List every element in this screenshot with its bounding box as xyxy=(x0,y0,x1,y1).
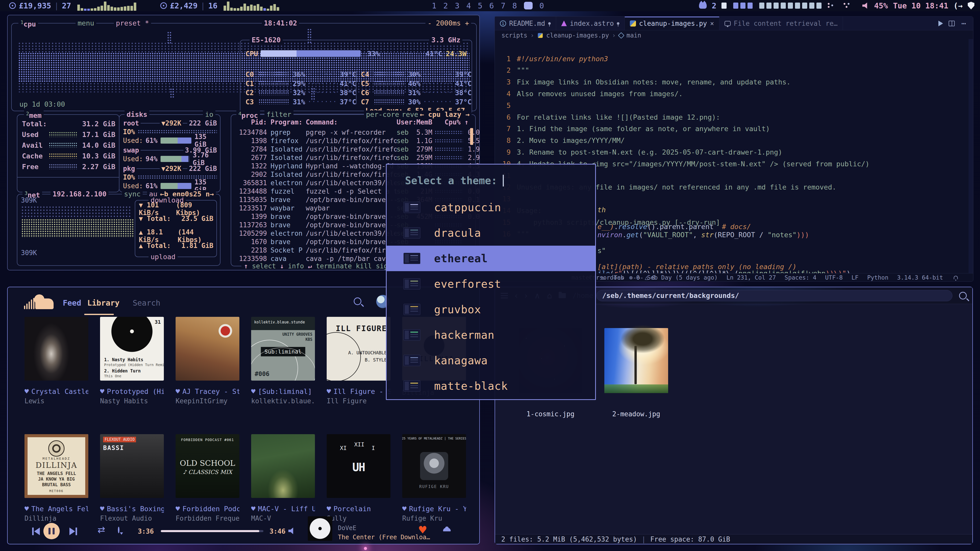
tab-feed[interactable]: Feed xyxy=(63,299,81,307)
clock[interactable]: Tue 10 18:41 xyxy=(893,1,948,10)
track-artist[interactable]: Rufige Kru xyxy=(402,514,466,522)
comments-icon[interactable] xyxy=(118,527,119,533)
process-row[interactable]: 2677Isolated/usr/lib/firefox/firefoxseb2… xyxy=(234,153,469,162)
process-row[interactable]: 1398firefox/usr/lib/firefox/firefoxseb1.… xyxy=(234,137,469,145)
status-item[interactable]: Ln 231, Col 27 xyxy=(726,274,776,281)
track-title[interactable]: The Angels Fell (2… xyxy=(32,505,88,513)
file-thumbnail-meadow[interactable] xyxy=(605,328,668,393)
like-heart-icon[interactable]: ♥ xyxy=(418,524,427,536)
track-artwork-ill[interactable]: ILL FIGUREA. UNTOUCHABLEB. STYLE xyxy=(327,317,390,381)
track-title[interactable]: Porcelain xyxy=(334,505,371,513)
progress-bar[interactable] xyxy=(161,530,263,532)
split-editor-icon[interactable] xyxy=(948,21,955,26)
track-artist[interactable]: KeepinItGrimy xyxy=(176,397,239,405)
pin-icon[interactable] xyxy=(617,22,619,25)
track-tile[interactable]: 25 YEARS OF METALHEADZ | THE SERIESRUFIG… xyxy=(402,434,466,522)
previous-track-button[interactable] xyxy=(32,527,40,535)
track-artist[interactable]: Forbidden Frequencies xyxy=(176,514,239,522)
track-artwork-proto[interactable]: 311. Nasty HabitsPrototyped (Hidden Turn… xyxy=(100,317,164,381)
logout-icon[interactable]: (→ xyxy=(953,1,963,10)
workspace-3[interactable]: 3 xyxy=(455,1,460,10)
minimap[interactable] xyxy=(969,39,973,273)
volume-level[interactable]: 45% xyxy=(874,1,888,10)
breadcrumb-item[interactable]: scripts xyxy=(501,32,527,39)
track-title[interactable]: AJ Tracey - Str8 R… xyxy=(183,387,239,395)
shield-icon[interactable] xyxy=(968,2,974,10)
workspace-4[interactable]: 4 xyxy=(466,1,471,10)
workspace-switcher[interactable]: 123456780 xyxy=(432,0,544,11)
track-title[interactable]: Forbidden Podcast … xyxy=(183,505,239,513)
workspace-5[interactable]: 5 xyxy=(478,1,482,10)
track-title[interactable]: Bassi's Boxing Day… xyxy=(107,505,164,513)
track-artwork-macv[interactable] xyxy=(251,434,315,498)
theme-item-gruvbox[interactable]: gruvbox xyxy=(387,297,595,322)
close-icon[interactable]: × xyxy=(710,20,714,27)
tab-readme-md[interactable]: iREADME.md xyxy=(495,17,556,30)
theme-item-dracula[interactable]: dracula xyxy=(387,220,595,246)
track-tile[interactable]: ♥AJ Tracey - Str8 R…KeepinItGrimy xyxy=(176,317,239,405)
track-tile[interactable]: ILL FIGUREA. UNTOUCHABLEB. STYLE♥Ill Fig… xyxy=(327,317,390,405)
track-tile[interactable]: FORBIDDEN PODCAST #061OLD SCHOOL♪ CLASSI… xyxy=(176,434,239,522)
tab-index-astro[interactable]: index.astro xyxy=(556,17,625,30)
stat-widget-2[interactable]: £2,429 | 16 xyxy=(160,0,282,11)
workspace-8[interactable]: 8 xyxy=(512,1,517,10)
track-tile[interactable]: METALHEADZDILLINJATHE ANGELS FELLJA KNOW… xyxy=(24,434,88,522)
theme-item-hackerman[interactable]: hackerman xyxy=(387,322,595,348)
status-item[interactable]: -◇- Seb Day (5 days ago) xyxy=(633,274,718,281)
theme-item-ethereal[interactable]: ethereal xyxy=(387,246,595,271)
file-name[interactable]: 2-meadow.jpg xyxy=(612,410,660,418)
proc-scrollbar[interactable] xyxy=(470,128,473,145)
status-item[interactable]: UTF-8 xyxy=(825,274,843,281)
search-icon[interactable] xyxy=(959,292,967,300)
track-artwork-rufige[interactable]: 25 YEARS OF METALHEADZ | THE SERIESRUFIG… xyxy=(402,434,466,498)
btop-menu-button[interactable]: menu xyxy=(76,19,96,27)
status-item[interactable]: Python xyxy=(867,274,888,281)
track-artist[interactable]: Nasty Habits xyxy=(100,397,164,405)
track-artwork-angels[interactable]: METALHEADZDILLINJATHE ANGELS FELLJA KNOW… xyxy=(24,434,88,498)
bell-icon[interactable] xyxy=(954,276,958,279)
track-tile[interactable]: ♥Crystal Castles - …Lewis xyxy=(24,317,88,405)
workspace-0[interactable]: 0 xyxy=(539,1,544,10)
track-tile[interactable]: XIXIIIUH♥PorcelainSully xyxy=(327,434,390,522)
breadcrumb-item[interactable]: main xyxy=(627,32,641,39)
proc-sort-selector[interactable]: ← cpu lazy → xyxy=(418,110,472,118)
theme-item-kanagawa[interactable]: kanagawa xyxy=(387,348,595,373)
now-playing-track[interactable]: The Center (Free Downloa… xyxy=(338,534,430,541)
theme-item-everforest[interactable]: everforest xyxy=(387,271,595,297)
track-artwork-bassi[interactable]: FLEXOUT AUDIOBASSI xyxy=(100,434,164,498)
io-mode-button[interactable]: io xyxy=(203,110,215,118)
track-artist[interactable]: kollektiv.blaue.stunde xyxy=(251,397,315,405)
workspace-active[interactable] xyxy=(524,2,533,10)
process-row[interactable]: 1234784pgreppgrep -x wf-recorderseb5.3M0… xyxy=(234,128,469,137)
workspace-1[interactable]: 1 xyxy=(432,1,436,10)
shuffle-icon[interactable]: ⇄ xyxy=(97,524,105,535)
track-tile[interactable]: 311. Nasty HabitsPrototyped (Hidden Turn… xyxy=(100,317,164,405)
tab-file-content-retrieval-re-[interactable]: File content retrieval re… xyxy=(719,17,843,30)
soundcloud-logo[interactable] xyxy=(24,294,55,311)
track-tile[interactable]: ♥MAC-V - Liff UpMAC-V xyxy=(251,434,315,522)
track-artist[interactable]: Sully xyxy=(327,514,390,522)
theme-item-catppuccin[interactable]: catppuccin xyxy=(387,195,595,220)
track-artwork-porc[interactable]: XIXIIIUH xyxy=(327,434,390,498)
track-tile[interactable]: FLEXOUT AUDIOBASSI♥Bassi's Boxing Day…Fl… xyxy=(100,434,164,522)
track-artist[interactable]: MAC-V xyxy=(251,514,315,522)
breadcrumb[interactable]: scripts›cleanup-images.py›main xyxy=(501,32,641,40)
stat-widget-1[interactable]: £19,935 | 27 xyxy=(9,0,139,11)
track-title[interactable]: Prototyped (Hidden… xyxy=(107,387,164,395)
next-track-button[interactable] xyxy=(69,527,77,535)
process-table-header[interactable]: Pid:Program:Command:User:MemBCpu% ↑ xyxy=(234,118,469,126)
refresh-interval[interactable]: - 2000ms + xyxy=(425,19,471,27)
search-icon[interactable] xyxy=(354,297,361,305)
track-title[interactable]: MAC-V - Liff Up xyxy=(258,505,315,513)
tab-library[interactable]: Library xyxy=(87,299,119,307)
status-item[interactable]: 3.14.3 64-bit xyxy=(897,274,943,281)
now-playing-artist[interactable]: DoVeE xyxy=(338,524,356,532)
file-name[interactable]: 1-cosmic.jpg xyxy=(527,410,574,418)
track-artwork-cc[interactable] xyxy=(24,317,88,381)
proc-filter-button[interactable]: filter xyxy=(264,110,293,118)
btop-preset-button[interactable]: preset * xyxy=(114,19,151,27)
track-artist[interactable]: Lewis xyxy=(24,397,88,405)
track-artwork-sub[interactable]: kollektiv.blaue.stundeUNITY GROOVESKBSSu… xyxy=(251,317,315,381)
pin-icon[interactable] xyxy=(548,22,551,25)
workspace-2[interactable]: 2 xyxy=(443,1,448,10)
